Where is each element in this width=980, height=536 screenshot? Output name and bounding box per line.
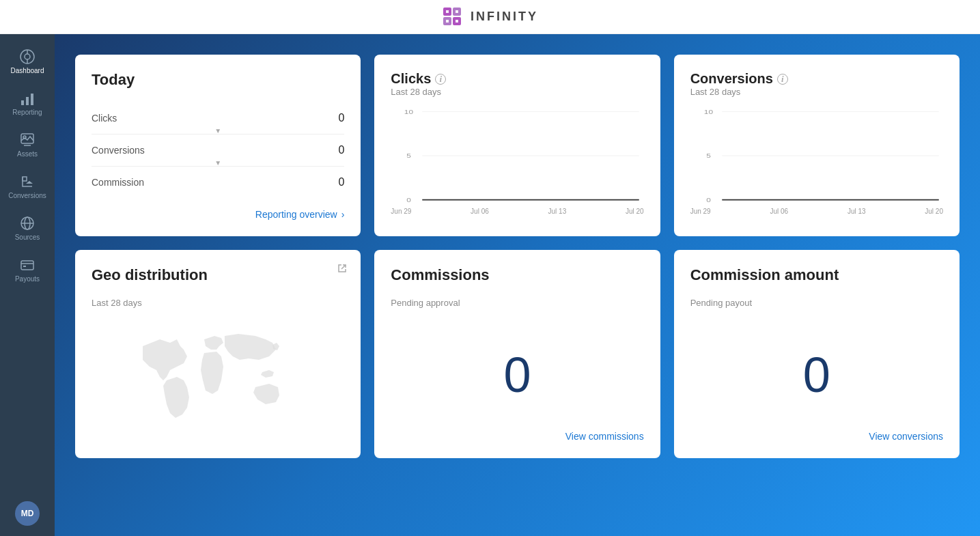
clicks-info-icon[interactable]: i: [435, 74, 446, 85]
arrow-icon: ›: [341, 209, 345, 220]
commission-label: Commission: [92, 177, 144, 188]
external-link-icon[interactable]: [337, 264, 347, 275]
clicks-chart-svg: 10 5 0: [391, 108, 643, 203]
conversions-chart: 10 5 0 Jun 29 Jul 06 Jul 13 Jul 20: [690, 108, 943, 217]
svg-rect-12: [21, 100, 24, 105]
svg-rect-13: [26, 97, 29, 105]
conversions-metric-row: Conversions 0 ▼: [92, 135, 344, 167]
svg-text:10: 10: [404, 108, 413, 115]
content-area: Today Clicks 0 ▼ Conversions 0 ▼ Commiss…: [55, 34, 980, 536]
clicks-value: 0: [338, 112, 344, 124]
commissions-value: 0: [391, 319, 643, 431]
svg-rect-4: [446, 10, 449, 13]
top-header: INFINITY: [0, 0, 980, 34]
svg-text:0: 0: [706, 196, 711, 203]
geo-distribution-card: Geo distribution Last 28 days: [75, 250, 361, 458]
world-map: [92, 319, 344, 442]
conversions-arrow: ▼: [214, 159, 221, 167]
today-card: Today Clicks 0 ▼ Conversions 0 ▼ Commiss…: [75, 55, 361, 236]
reporting-overview-text: Reporting overview: [255, 209, 337, 220]
clicks-label: Clicks: [92, 113, 117, 124]
commission-amount-value: 0: [690, 319, 943, 431]
logo-text: INFINITY: [471, 10, 538, 24]
clicks-metric-row: Clicks 0 ▼: [92, 102, 344, 135]
today-title: Today: [92, 71, 344, 89]
clicks-arrow: ▼: [214, 127, 221, 135]
svg-text:5: 5: [706, 152, 711, 159]
svg-rect-5: [456, 10, 458, 13]
sidebar-label-sources: Sources: [15, 234, 40, 241]
clicks-x-labels: Jun 29 Jul 06 Jul 13 Jul 20: [391, 208, 643, 215]
view-conversions-link[interactable]: View conversions: [690, 431, 943, 442]
sidebar: Dashboard Reporting Assets: [0, 34, 55, 536]
sidebar-item-dashboard[interactable]: Dashboard: [0, 41, 55, 83]
logo-icon: [442, 6, 464, 28]
avatar-initials: MD: [21, 509, 34, 518]
commissions-card: Commissions Pending approval 0 View comm…: [374, 250, 660, 458]
user-avatar[interactable]: MD: [15, 501, 40, 526]
logo: INFINITY: [442, 6, 538, 28]
svg-text:10: 10: [703, 108, 712, 115]
svg-rect-22: [21, 261, 33, 270]
clicks-card-title: Clicks i: [391, 71, 643, 87]
sidebar-label-dashboard: Dashboard: [11, 67, 44, 74]
geo-subtitle: Last 28 days: [92, 298, 344, 308]
commissions-title: Commissions: [391, 266, 643, 284]
svg-rect-7: [456, 20, 458, 23]
sidebar-label-conversions: Conversions: [8, 192, 46, 199]
conversions-chart-svg: 10 5 0: [690, 108, 943, 203]
commission-amount-card: Commission amount Pending payout 0 View …: [674, 250, 960, 458]
commission-metric-row: Commission 0: [92, 167, 344, 198]
conversions-label: Conversions: [92, 145, 145, 156]
conversions-info-icon[interactable]: i: [777, 74, 788, 85]
commission-value: 0: [338, 176, 344, 188]
main-layout: Dashboard Reporting Assets: [0, 34, 980, 536]
sidebar-item-sources[interactable]: Sources: [0, 208, 55, 249]
sidebar-label-reporting: Reporting: [12, 109, 42, 116]
svg-text:5: 5: [406, 152, 411, 159]
sidebar-item-reporting[interactable]: Reporting: [0, 83, 55, 124]
reporting-overview-link[interactable]: Reporting overview ›: [92, 209, 344, 220]
clicks-card: Clicks i Last 28 days 10 5 0: [374, 55, 660, 236]
svg-rect-24: [23, 266, 26, 267]
conversions-icon: [20, 174, 35, 189]
payouts-icon: [20, 257, 35, 272]
conversions-card-title: Conversions i: [690, 71, 943, 87]
commission-amount-subtitle: Pending payout: [690, 298, 943, 308]
sidebar-item-payouts[interactable]: Payouts: [0, 249, 55, 291]
dashboard-icon: [20, 49, 35, 64]
cards-grid: Today Clicks 0 ▼ Conversions 0 ▼ Commiss…: [75, 55, 960, 458]
conversions-subtitle: Last 28 days: [690, 87, 943, 97]
commission-amount-title: Commission amount: [690, 266, 943, 284]
svg-rect-14: [31, 94, 33, 105]
assets-icon: [20, 132, 35, 147]
svg-line-39: [341, 265, 346, 269]
conversions-value: 0: [338, 144, 344, 156]
svg-rect-6: [446, 20, 449, 23]
clicks-chart: 10 5 0 Jun 29 Jul 06 Jul 13: [391, 108, 643, 217]
view-commissions-link[interactable]: View commissions: [391, 431, 643, 442]
world-map-svg: [129, 326, 307, 435]
reporting-icon: [20, 91, 35, 106]
conversions-x-labels: Jun 29 Jul 06 Jul 13 Jul 20: [690, 208, 943, 215]
svg-text:0: 0: [406, 196, 411, 203]
conversions-card: Conversions i Last 28 days 10 5 0: [674, 55, 960, 236]
clicks-subtitle: Last 28 days: [391, 87, 643, 97]
svg-point-9: [25, 54, 30, 59]
sidebar-item-conversions[interactable]: Conversions: [0, 166, 55, 208]
sidebar-label-assets: Assets: [17, 150, 38, 158]
geo-title: Geo distribution: [92, 266, 344, 284]
sidebar-label-payouts: Payouts: [15, 275, 40, 283]
sidebar-item-assets[interactable]: Assets: [0, 124, 55, 166]
sources-icon: [20, 216, 35, 231]
commissions-subtitle: Pending approval: [391, 298, 643, 308]
